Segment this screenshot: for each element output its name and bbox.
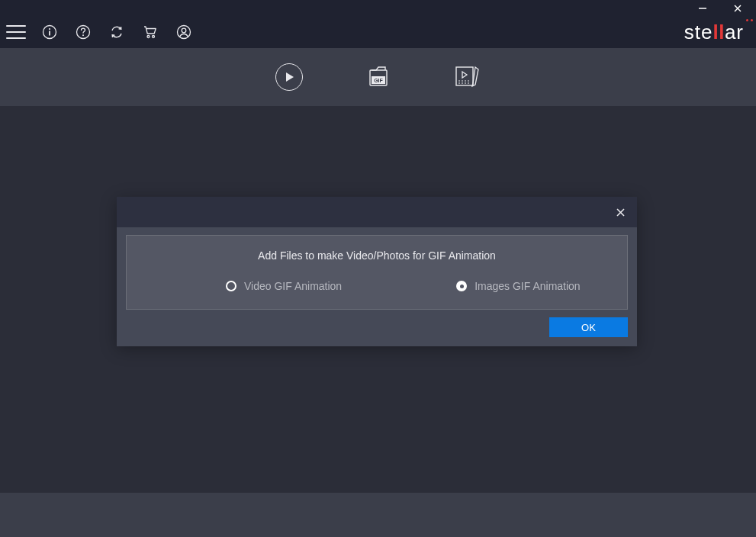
brand-text-part2: ll <box>713 21 724 44</box>
svg-point-11 <box>182 28 186 33</box>
edit-mode-icon[interactable] <box>452 61 484 93</box>
close-window-button[interactable] <box>732 2 744 14</box>
top-toolbar: stellar <box>0 16 756 48</box>
gif-mode-icon[interactable]: GIF <box>362 61 394 93</box>
ok-button[interactable]: OK <box>549 317 628 337</box>
menu-button[interactable] <box>6 24 26 40</box>
dialog-header <box>117 197 637 227</box>
brand-text-part3: ar <box>725 21 744 44</box>
radio-images-gif[interactable]: Images GIF Animation <box>456 280 581 292</box>
cart-icon[interactable] <box>140 22 160 42</box>
play-mode-icon[interactable] <box>273 61 305 93</box>
footer-bar <box>0 493 756 537</box>
refresh-icon[interactable] <box>107 22 127 42</box>
svg-point-4 <box>49 28 50 30</box>
svg-rect-5 <box>49 31 50 36</box>
user-icon[interactable] <box>174 22 194 42</box>
brand-text-part1: ste <box>684 21 713 44</box>
radio-video-gif[interactable]: Video GIF Animation <box>226 280 342 292</box>
info-icon[interactable] <box>40 22 60 42</box>
svg-point-7 <box>82 34 84 36</box>
svg-point-8 <box>147 36 150 38</box>
top-toolbar-left <box>6 22 194 42</box>
svg-text:GIF: GIF <box>374 78 383 83</box>
radio-group: Video GIF Animation Images GIF Animation <box>137 280 616 292</box>
dialog-title: Add Files to make Video/Photos for GIF A… <box>137 249 616 262</box>
radio-label: Video GIF Animation <box>244 280 342 292</box>
dialog-close-button[interactable] <box>613 204 628 220</box>
radio-icon <box>456 281 467 291</box>
brand-logo: stellar <box>684 21 744 44</box>
window-titlebar <box>0 0 756 16</box>
minimize-button[interactable] <box>696 2 709 14</box>
svg-point-9 <box>153 36 155 38</box>
help-icon[interactable] <box>73 22 93 42</box>
radio-label: Images GIF Animation <box>475 280 581 292</box>
mode-toolbar: GIF <box>0 48 756 106</box>
dialog-body: Add Files to make Video/Photos for GIF A… <box>117 227 637 346</box>
dialog-panel: Add Files to make Video/Photos for GIF A… <box>126 235 628 310</box>
gif-animation-dialog: Add Files to make Video/Photos for GIF A… <box>117 197 637 346</box>
radio-icon <box>226 281 236 291</box>
dialog-footer: OK <box>126 310 628 337</box>
